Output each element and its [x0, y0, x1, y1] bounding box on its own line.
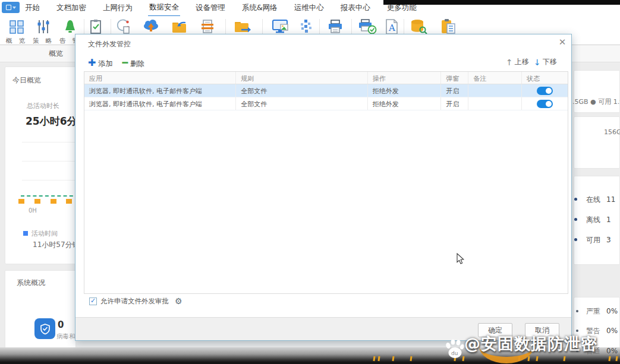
antivirus-shield-icon	[34, 318, 55, 339]
gear-icon[interactable]: ⚙	[175, 296, 182, 306]
cell-remark	[468, 97, 522, 110]
system-card-title: 系统概况	[17, 278, 45, 288]
move-down-button[interactable]: ↓下移	[534, 57, 557, 67]
chart-bar-marker	[51, 199, 56, 204]
sync-refresh-icon[interactable]	[115, 18, 133, 36]
legend-value: 11小时57分钟	[33, 240, 80, 250]
printer-icon[interactable]	[326, 18, 344, 36]
header-action[interactable]: 操作	[368, 72, 442, 84]
mouse-cursor	[457, 253, 465, 267]
overview-grid-icon[interactable]	[8, 18, 26, 36]
minus-icon: ━	[122, 57, 128, 68]
cell-action: 拒绝外发	[368, 84, 442, 97]
menu-item-device-mgmt[interactable]: 设备管理	[194, 0, 226, 16]
status-toggle-on[interactable]	[537, 87, 553, 95]
metric-label: 总活动时长	[27, 102, 59, 110]
move-up-button[interactable]: ↑上移	[506, 57, 529, 67]
watermark-text: @安固数据防泄密	[464, 333, 597, 354]
baidu-paw-icon: du	[443, 337, 466, 363]
bullet-icon	[574, 198, 577, 201]
header-remark[interactable]: 备注	[468, 72, 522, 84]
folder-return-icon[interactable]	[171, 18, 188, 36]
screen-monitor-icon[interactable]	[271, 18, 291, 36]
chevron-down-icon	[12, 7, 16, 9]
arrow-down-icon: ↓	[534, 58, 541, 67]
menu-item-system-network[interactable]: 系统&网络	[241, 0, 279, 16]
document-print-icon[interactable]	[199, 18, 216, 36]
table-header-row: 应用 规则 操作 弹窗 备注 状态	[84, 72, 568, 84]
database-search-icon[interactable]	[409, 18, 429, 36]
approval-checkbox-label: 允许申请文件外发审批	[100, 297, 169, 306]
storage-card-top	[574, 70, 620, 113]
alert-severe-item: 严重0%	[586, 306, 618, 316]
header-app[interactable]: 应用	[84, 72, 236, 84]
header-status[interactable]: 状态	[522, 72, 568, 84]
cloud-upload-icon[interactable]	[142, 18, 160, 36]
cell-popup: 开启	[441, 97, 468, 110]
screen-pixels-icon[interactable]	[297, 18, 315, 36]
storage-card-bottom	[574, 116, 620, 169]
today-overview-card: 今日概览 总活动时长 25小时6分钟 0H 活动时间 11小时57分钟	[5, 67, 76, 264]
printer-shield-icon[interactable]	[357, 18, 377, 36]
approval-checkbox-row: 允许申请文件外发审批 ⚙	[89, 296, 182, 306]
svg-text:du: du	[451, 350, 458, 356]
chart-dashed-threshold-line	[21, 195, 79, 197]
alert-bell-icon[interactable]	[61, 18, 79, 36]
clipboard-report-icon[interactable]	[439, 18, 459, 36]
header-popup[interactable]: 弹窗	[441, 72, 468, 84]
cell-remark	[468, 84, 522, 97]
policy-sliders-icon[interactable]	[34, 18, 52, 36]
screen: 开始 文档加密 上网行为 数据安全 设备管理 系统&网络 运维中心 报表中心 更…	[0, 0, 620, 364]
menu-item-ops-center[interactable]: 运维中心	[293, 0, 325, 16]
add-rule-button[interactable]: ✚添加	[88, 57, 112, 69]
menu-item-report-center[interactable]: 报表中心	[339, 0, 372, 16]
chart-gridline	[22, 161, 77, 162]
delete-rule-button[interactable]: ━删除	[122, 57, 144, 69]
watermark-doc-icon[interactable]: A	[383, 18, 401, 36]
dialog-toolbar: ✚添加 ━删除	[88, 57, 144, 69]
status-toggle-on[interactable]	[537, 100, 553, 108]
tab-overview[interactable]: 概览	[49, 49, 63, 59]
legend-label: 活动时间	[32, 229, 58, 238]
chart-bar-marker	[34, 199, 40, 204]
cell-action: 拒绝外发	[368, 97, 442, 110]
cell-rule: 全部文件	[236, 97, 367, 110]
table-row[interactable]: 浏览器, 即时通讯软件, 电子邮件客户端 全部文件 拒绝外发 开启	[84, 84, 568, 97]
menu-item-web-behavior[interactable]: 上网行为	[102, 0, 134, 16]
bullet-icon	[574, 218, 577, 221]
audit-clipboard-icon[interactable]	[87, 18, 105, 36]
today-card-title: 今日概览	[12, 75, 41, 86]
cell-status	[522, 97, 568, 110]
cell-status	[522, 84, 568, 97]
rules-table: 应用 规则 操作 弹窗 备注 状态 浏览器, 即时通讯软件, 电子邮件客户端 全…	[84, 71, 568, 294]
ribbon-label-policy: 策 略	[33, 37, 54, 45]
bullet-icon	[576, 330, 578, 332]
plus-icon: ✚	[88, 57, 96, 68]
chart-gridline	[22, 180, 77, 181]
storage-summary-text: .5GB ● 可用 1.9T	[572, 97, 620, 106]
axis-tick-label: 0H	[29, 207, 37, 214]
close-icon[interactable]: ✕	[556, 37, 569, 49]
terminal-online-item: 在线11	[586, 195, 615, 205]
table-row[interactable]: 浏览器, 即时通讯软件, 电子邮件客户端 全部文件 拒绝外发 开启	[84, 97, 568, 110]
chart-bar-marker	[66, 199, 72, 204]
cell-rule: 全部文件	[236, 84, 367, 97]
menu-item-doc-encrypt[interactable]: 文档加密	[55, 0, 87, 16]
chart-bar-marker	[18, 199, 24, 204]
cell-app: 浏览器, 即时通讯软件, 电子邮件客户端	[84, 84, 236, 97]
file-outgoing-control-dialog: 文件外发管控 ✕ ✚添加 ━删除 ↑上移 ↓下移 应用 规则 操作 弹窗 备注 …	[75, 34, 572, 341]
terminal-offline-item: 离线1	[586, 215, 611, 225]
app-logo-icon	[6, 5, 11, 10]
cell-app: 浏览器, 即时通讯软件, 电子邮件客户端	[84, 97, 236, 110]
menu-item-data-security[interactable]: 数据安全	[148, 0, 180, 17]
menu-item-start[interactable]: 开始	[24, 0, 41, 16]
app-menu-button[interactable]	[2, 2, 20, 13]
header-rule[interactable]: 规则	[236, 72, 367, 84]
top-right-black-bar	[383, 0, 620, 5]
virus-count: 0	[58, 319, 64, 330]
main-menu: 开始 文档加密 上网行为 数据安全 设备管理 系统&网络 运维中心 报表中心 更…	[24, 0, 418, 16]
folder-export-icon[interactable]	[234, 18, 251, 36]
approval-checkbox[interactable]	[89, 297, 97, 305]
svg-text:A: A	[388, 23, 395, 33]
cell-popup: 开启	[441, 84, 468, 97]
